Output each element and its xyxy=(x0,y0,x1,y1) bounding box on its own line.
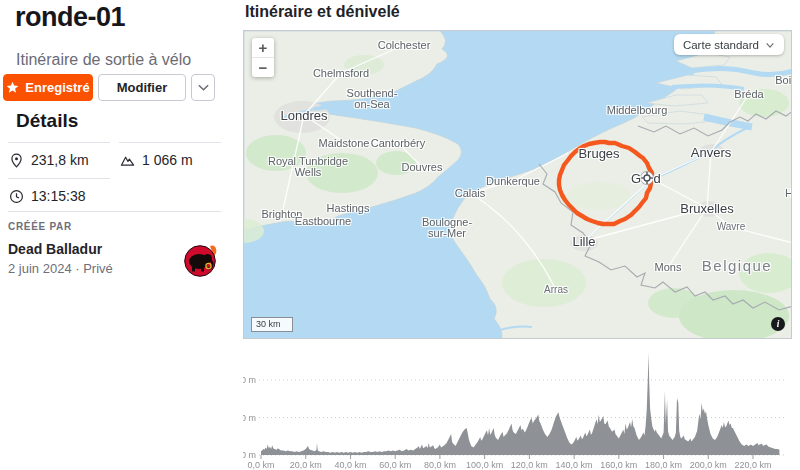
svg-text:200,0 km: 200,0 km xyxy=(690,460,727,470)
mountain-icon xyxy=(120,153,135,168)
svg-text:100,0 km: 100,0 km xyxy=(466,460,503,470)
more-actions-button[interactable] xyxy=(191,74,215,101)
map-info-button[interactable]: i xyxy=(771,317,785,331)
svg-text:40,0 km: 40,0 km xyxy=(334,460,366,470)
elevation-chart-svg: 0 m50 m100 m0,0 km20,0 km40,0 km60,0 km8… xyxy=(243,350,800,470)
chevron-down-icon xyxy=(197,81,210,94)
distance-value: 231,8 km xyxy=(31,152,89,168)
svg-text:160,0 km: 160,0 km xyxy=(600,460,637,470)
svg-text:100 m: 100 m xyxy=(243,375,256,385)
clock-icon xyxy=(9,189,24,204)
created-by-label: CRÉÉE PAR xyxy=(8,221,221,232)
zoom-out-button[interactable]: − xyxy=(252,58,274,77)
distance-stat: 231,8 km xyxy=(8,142,110,178)
action-buttons: Enregistré Modifier xyxy=(3,74,215,101)
zoom-in-button[interactable]: + xyxy=(252,38,274,57)
waypoint-marker-icon xyxy=(641,172,654,185)
elevation-value: 1 066 m xyxy=(142,152,193,168)
edit-button[interactable]: Modifier xyxy=(98,74,186,101)
svg-text:80,0 km: 80,0 km xyxy=(424,460,456,470)
map-scale-bar: 30 km xyxy=(251,317,293,332)
svg-text:60,0 km: 60,0 km xyxy=(379,460,411,470)
avatar[interactable] xyxy=(183,243,218,278)
svg-text:220,0 km: 220,0 km xyxy=(734,460,771,470)
route-map[interactable]: ColchesterChelmsfordSouthend-on-SeaLondr… xyxy=(243,30,792,339)
route-type-subtitle: Itinéraire de sortie à vélo xyxy=(16,51,191,69)
elevation-profile-chart: 0 m50 m100 m0,0 km20,0 km40,0 km60,0 km8… xyxy=(243,350,800,470)
creator-row: Dead Balladur 2 juin 2024 · Privé xyxy=(8,241,221,301)
route-stats: 231,8 km 1 066 m 13:15:38 xyxy=(8,142,221,214)
svg-text:20,0 km: 20,0 km xyxy=(290,460,322,470)
details-heading: Détails xyxy=(16,110,78,132)
chevron-down-icon xyxy=(765,40,775,50)
elevation-stat: 1 066 m xyxy=(119,142,221,178)
svg-text:120,0 km: 120,0 km xyxy=(511,460,548,470)
page-title: ronde-01 xyxy=(15,2,125,33)
map-zoom-control: + − xyxy=(252,38,274,77)
edit-button-label: Modifier xyxy=(117,80,168,95)
svg-text:180,0 km: 180,0 km xyxy=(645,460,682,470)
save-button[interactable]: Enregistré xyxy=(3,74,93,101)
duration-stat: 13:15:38 xyxy=(8,178,110,214)
duration-value: 13:15:38 xyxy=(31,188,86,204)
svg-text:0,0 km: 0,0 km xyxy=(247,460,274,470)
map-canvas xyxy=(244,31,792,339)
created-by-section: CRÉÉE PAR Dead Balladur 2 juin 2024 · Pr… xyxy=(8,211,221,301)
main-panel: Itinéraire et dénivelé xyxy=(243,0,800,470)
svg-text:140,0 km: 140,0 km xyxy=(556,460,593,470)
elevation-area xyxy=(261,353,779,455)
location-pin-icon xyxy=(9,153,24,168)
svg-text:50 m: 50 m xyxy=(243,413,256,423)
section-title: Itinéraire et dénivelé xyxy=(245,3,400,21)
sidebar: ronde-01 Itinéraire de sortie à vélo Enr… xyxy=(0,0,243,470)
star-icon xyxy=(6,81,19,94)
route-detail-page: ronde-01 Itinéraire de sortie à vélo Enr… xyxy=(0,0,800,470)
map-style-selector[interactable]: Carte standard xyxy=(674,34,784,55)
svg-text:0 m: 0 m xyxy=(243,450,256,460)
map-style-selector-label: Carte standard xyxy=(683,39,759,51)
save-button-label: Enregistré xyxy=(25,80,89,95)
